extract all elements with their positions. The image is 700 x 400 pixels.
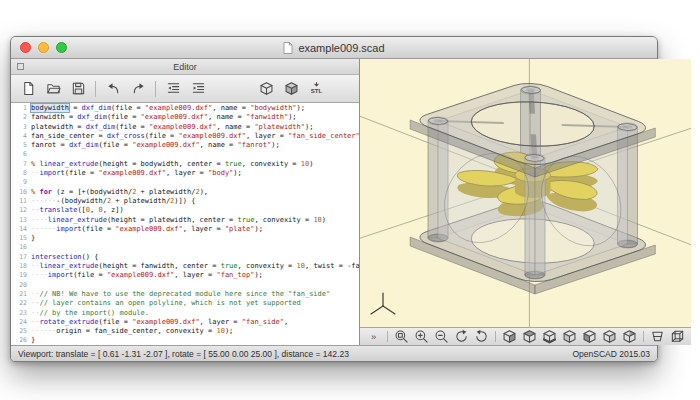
line-number: 13 [11, 216, 31, 225]
app-window: example009.scad Editor STL 1bodywidth = … [10, 36, 658, 362]
reset-view-button[interactable] [453, 329, 470, 344]
code-text: } [31, 336, 35, 345]
new-button[interactable] [17, 78, 39, 99]
code-text: ··linear_extrude(height = fanwidth, cent… [31, 262, 359, 271]
code-line-18: 18··linear_extrude(height = fanwidth, ce… [11, 262, 359, 271]
view-diagonal-button[interactable] [621, 329, 638, 344]
preview-button[interactable] [255, 78, 277, 99]
code-text: ··rotate_extrude(file = "example009.dxf"… [31, 318, 288, 327]
view-back-button[interactable] [601, 329, 618, 344]
document-icon [283, 42, 293, 54]
code-line-13: 13····linear_extrude(height = platewidth… [11, 216, 359, 225]
code-text: % linear_extrude(height = bodywidth, cen… [31, 160, 313, 169]
close-window-button[interactable] [20, 42, 31, 53]
code-text: ····linear_extrude(height = platewidth, … [31, 216, 326, 225]
app-version-text: OpenSCAD 2015.03 [573, 349, 651, 359]
redo-button[interactable] [127, 78, 149, 99]
zoom-in-icon [414, 329, 429, 344]
3d-scene [360, 59, 691, 327]
axis-indicator-icon [366, 289, 400, 323]
code-line-17: 17intersection() { [11, 253, 359, 262]
line-number: 12 [11, 206, 31, 215]
export-stl-button[interactable]: STL [305, 78, 327, 99]
code-editor[interactable]: 1bodywidth = dxf_dim(file = "example009.… [11, 103, 359, 345]
line-number: 7 [11, 160, 31, 169]
code-line-9: 9 [11, 178, 359, 187]
traffic-lights [20, 42, 67, 53]
open-icon [46, 81, 61, 96]
code-text: fanrot = dxf_dim(file = "example009.dxf"… [31, 141, 280, 150]
view-all-icon [394, 329, 409, 344]
open-button[interactable] [42, 78, 64, 99]
perspective-button[interactable] [649, 329, 666, 344]
view-bottom-icon [542, 329, 557, 344]
code-text: ··// NB! We have to use the deprecated m… [31, 290, 330, 299]
render-icon [284, 81, 299, 96]
code-text: ······-(bodywidth/2 + platewidth/2)]) { [31, 197, 195, 206]
code-text: % for (z = [+(bodywidth/2 + platewidth/2… [31, 188, 208, 197]
view-top-button[interactable] [521, 329, 538, 344]
view-top-icon [522, 329, 537, 344]
view-back-icon [602, 329, 617, 344]
view-front-icon [582, 329, 597, 344]
code-line-16: 16 [11, 243, 359, 252]
code-text: platewidth = dxf_dim(file = "example009.… [31, 123, 313, 132]
view-left-icon [562, 329, 577, 344]
line-number: 8 [11, 169, 31, 178]
toolbar-separator [495, 331, 496, 342]
code-text: intersection() { [31, 253, 98, 262]
window-title-text: example009.scad [298, 42, 384, 54]
code-line-11: 11······-(bodywidth/2 + platewidth/2)]) … [11, 197, 359, 206]
orthogonal-button[interactable] [669, 329, 686, 344]
zoom-window-button[interactable] [56, 42, 67, 53]
line-number: 16 [11, 243, 31, 252]
unindent-button[interactable] [162, 78, 184, 99]
line-number: 1 [11, 104, 31, 113]
code-line-8: 8··import(file = "example009.dxf", layer… [11, 169, 359, 178]
editor-dock-titlebar[interactable]: Editor [11, 59, 359, 75]
reset-view-icon [454, 329, 469, 344]
line-number: 25 [11, 327, 31, 336]
zoom-in-button[interactable] [413, 329, 430, 344]
code-text: fan_side_center = dxf_cross(file = "exam… [31, 132, 359, 141]
line-number: 20 [11, 281, 31, 290]
undo-icon [106, 81, 121, 96]
view-left-button[interactable] [561, 329, 578, 344]
status-bar: Viewport: translate = [ 0.61 -1.31 -2.07… [11, 345, 657, 361]
line-number: 19 [11, 271, 31, 280]
code-line-22: 22··// layer contains an open polyline, … [11, 299, 359, 308]
view-bottom-button[interactable] [541, 329, 558, 344]
view-front-button[interactable] [581, 329, 598, 344]
line-number: 26 [11, 336, 31, 345]
code-text: ··// by the import() module. [31, 309, 149, 318]
line-number: 23 [11, 309, 31, 318]
minimize-window-button[interactable] [38, 42, 49, 53]
code-text: ··import(file = "example009.dxf", layer … [31, 169, 242, 178]
rotate-view-button[interactable] [473, 329, 490, 344]
line-number: 4 [11, 132, 31, 141]
view-all-button[interactable] [393, 329, 410, 344]
undo-button[interactable] [102, 78, 124, 99]
unindent-icon [166, 81, 181, 96]
viewport-panel: » [360, 59, 691, 345]
code-text: bodywidth = dxf_dim(file = "example009.d… [31, 104, 305, 113]
titlebar[interactable]: example009.scad [11, 37, 657, 59]
view-diagonal-icon [622, 329, 637, 344]
view-right-button[interactable] [501, 329, 518, 344]
3d-viewport[interactable] [360, 59, 691, 327]
code-text: ··translate([0, 0, z]) [31, 206, 124, 215]
line-number: 24 [11, 318, 31, 327]
dock-float-button[interactable] [17, 63, 24, 70]
line-number: 15 [11, 234, 31, 243]
code-line-10: 10% for (z = [+(bodywidth/2 + platewidth… [11, 188, 359, 197]
toolbar-overflow-button[interactable]: » [365, 329, 382, 344]
code-text: fanwidth = dxf_dim(file = "example009.dx… [31, 113, 297, 122]
indent-button[interactable] [187, 78, 209, 99]
code-line-1: 1bodywidth = dxf_dim(file = "example009.… [11, 104, 359, 113]
code-line-25: 25······origin = fan_side_center, convex… [11, 327, 359, 336]
code-line-12: 12··translate([0, 0, z]) [11, 206, 359, 215]
zoom-out-button[interactable] [433, 329, 450, 344]
render-button[interactable] [280, 78, 302, 99]
line-number: 14 [11, 225, 31, 234]
save-button[interactable] [67, 78, 89, 99]
